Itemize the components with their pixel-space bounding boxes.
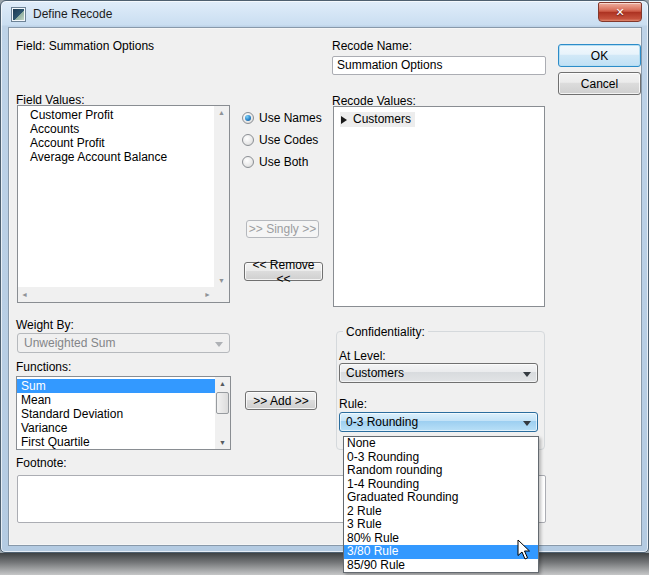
ok-button[interactable]: OK <box>558 44 641 67</box>
radio-label: Use Codes <box>259 133 318 147</box>
field-values-horizontal-scrollbar[interactable]: ◄ ► <box>18 287 214 302</box>
rule-option[interactable]: 80% Rule <box>344 532 538 546</box>
field-value-item[interactable]: Account Profit <box>18 136 213 150</box>
singly-button[interactable]: >> Singly >> <box>246 220 319 238</box>
title-bar[interactable]: Define Recode ✕ <box>1 1 649 27</box>
recode-name-input[interactable]: Summation Options <box>332 56 546 75</box>
function-item[interactable]: Mean <box>17 393 215 407</box>
radio-use-both[interactable]: Use Both <box>242 151 308 173</box>
scrollbar-corner <box>214 287 229 302</box>
recode-values-listbox[interactable]: Customers <box>333 106 545 307</box>
scroll-up-icon[interactable]: ▲ <box>218 109 225 116</box>
rule-option[interactable]: 1-4 Rounding <box>344 478 538 492</box>
chevron-down-icon <box>523 372 531 381</box>
expand-arrow-icon[interactable] <box>341 116 347 124</box>
rule-value: 0-3 Rounding <box>346 415 418 429</box>
rule-option[interactable]: 2 Rule <box>344 505 538 519</box>
chevron-down-icon <box>523 421 531 430</box>
rule-dropdown-list[interactable]: None0-3 RoundingRandom rounding1-4 Round… <box>343 436 539 573</box>
rule-option[interactable]: 3/80 Rule <box>344 545 538 559</box>
function-item[interactable]: First Quartile <box>17 435 215 449</box>
rule-label: Rule: <box>339 397 367 411</box>
functions-list-items: SumMeanStandard DeviationVarianceFirst Q… <box>17 379 215 449</box>
scroll-up-icon[interactable]: ▲ <box>219 380 226 387</box>
weight-by-combobox: Unweighted Sum <box>17 333 230 353</box>
recode-name-label: Recode Name: <box>332 39 412 53</box>
radio-checked-icon <box>242 112 254 124</box>
field-label: Field: Summation Options <box>16 39 154 53</box>
rule-option[interactable]: 0-3 Rounding <box>344 451 538 465</box>
rule-option[interactable]: 3 Rule <box>344 518 538 532</box>
field-values-listbox[interactable]: Customer ProfitAccountsAccount ProfitAve… <box>17 105 230 303</box>
radio-label: Use Names <box>259 111 322 125</box>
radio-label: Use Both <box>259 155 308 169</box>
add-button[interactable]: >> Add >> <box>245 391 317 410</box>
function-item[interactable]: Sum <box>17 379 215 393</box>
radio-unchecked-icon <box>242 156 254 168</box>
rule-option[interactable]: Graduated Rounding <box>344 491 538 505</box>
at-level-combobox[interactable]: Customers <box>339 363 538 383</box>
radio-use-names[interactable]: Use Names <box>242 107 322 129</box>
radio-use-codes[interactable]: Use Codes <box>242 129 318 151</box>
field-value-item[interactable]: Customer Profit <box>18 108 213 122</box>
function-item[interactable]: Variance <box>17 421 215 435</box>
close-icon: ✕ <box>615 6 624 18</box>
field-value-item[interactable]: Accounts <box>18 122 213 136</box>
rule-option[interactable]: None <box>344 437 538 451</box>
field-value-item[interactable]: Average Account Balance <box>18 150 213 164</box>
functions-label: Functions: <box>16 360 71 374</box>
chevron-down-icon <box>215 342 223 351</box>
window-title: Define Recode <box>33 1 112 28</box>
functions-listbox[interactable]: SumMeanStandard DeviationVarianceFirst Q… <box>16 376 231 450</box>
confidentiality-label: Confidentiality: <box>343 325 428 339</box>
field-values-vertical-scrollbar[interactable]: ▲ ▼ <box>214 106 229 287</box>
footnote-label: Footnote: <box>16 456 67 470</box>
remove-button[interactable]: << Remove << <box>244 262 323 281</box>
mouse-cursor-icon <box>517 539 531 560</box>
at-level-label: At Level: <box>339 349 386 363</box>
weight-by-value: Unweighted Sum <box>24 336 115 350</box>
weight-by-label: Weight By: <box>16 318 74 332</box>
scrollbar-thumb[interactable] <box>216 392 229 414</box>
scroll-right-icon[interactable]: ► <box>204 291 211 298</box>
function-item[interactable]: Standard Deviation <box>17 407 215 421</box>
close-button[interactable]: ✕ <box>598 2 642 22</box>
app-icon <box>12 8 25 21</box>
rule-option[interactable]: Random rounding <box>344 464 538 478</box>
recode-value-label: Customers <box>353 112 411 127</box>
scroll-down-icon[interactable]: ▼ <box>218 277 225 284</box>
at-level-value: Customers <box>346 366 404 380</box>
radio-unchecked-icon <box>242 134 254 146</box>
rule-option[interactable]: 85/90 Rule <box>344 559 538 573</box>
scroll-down-icon[interactable]: ▼ <box>219 439 226 446</box>
background-window-strip <box>0 553 649 575</box>
rule-combobox[interactable]: 0-3 Rounding <box>339 412 538 432</box>
recode-value-item[interactable]: Customers <box>340 112 415 127</box>
scroll-left-icon[interactable]: ◄ <box>21 291 28 298</box>
field-values-items: Customer ProfitAccountsAccount ProfitAve… <box>18 108 213 286</box>
cancel-button[interactable]: Cancel <box>558 72 641 95</box>
